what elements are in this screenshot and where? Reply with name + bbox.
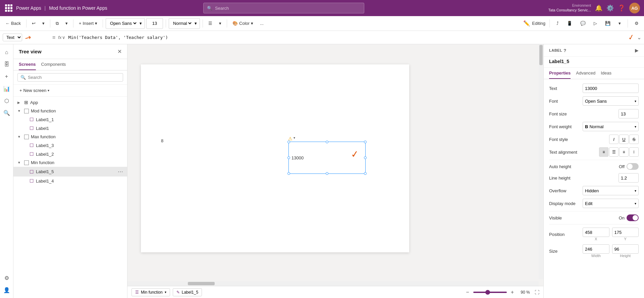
align-center-button[interactable]: ☰: [609, 147, 619, 157]
apps-grid-icon[interactable]: [4, 3, 13, 13]
tab-screens[interactable]: Screens: [19, 59, 36, 70]
settings-icon-btn[interactable]: ⚙: [1, 272, 12, 283]
rp-tab-advanced[interactable]: Advanced: [576, 68, 595, 79]
resize-handle-tl[interactable]: [287, 141, 290, 143]
strikethrough-button[interactable]: S: [629, 135, 639, 144]
back-button[interactable]: ← Back: [3, 19, 23, 27]
list-dropdown-button[interactable]: ▾: [216, 19, 224, 27]
chat-button[interactable]: 💬: [578, 19, 588, 27]
tree-item-label1_3[interactable]: ☐ Label1_3: [13, 141, 127, 150]
visible-toggle[interactable]: On: [619, 214, 639, 221]
sidebar-search-box[interactable]: 🔍: [17, 73, 123, 82]
style-dropdown[interactable]: Normal: [172, 20, 193, 26]
tree-item-label1_5[interactable]: ☐ Label1_5 ⋯: [13, 167, 127, 177]
copy-dropdown-button[interactable]: ▾: [63, 19, 70, 27]
style-select[interactable]: Normal ▾: [169, 18, 200, 29]
sidebar-close-button[interactable]: ✕: [117, 48, 122, 55]
label-tab[interactable]: ✎ Label1_5: [173, 288, 202, 296]
prop-type-select[interactable]: Text: [3, 34, 22, 41]
settings-icon[interactable]: ⚙️: [606, 4, 614, 12]
home-icon-btn[interactable]: ⌂: [1, 47, 12, 58]
new-screen-button[interactable]: + New screen ▾: [17, 87, 51, 94]
resize-handle-tr[interactable]: [364, 141, 367, 143]
zoom-minus-button[interactable]: −: [464, 289, 471, 296]
vertical-scrollbar[interactable]: [539, 44, 543, 279]
screen-tab-min-function[interactable]: ☰ Min function ▾: [131, 288, 170, 296]
resize-handle-ml[interactable]: [287, 156, 290, 159]
rp-line-height-input[interactable]: [619, 173, 639, 183]
visible-switch[interactable]: [627, 214, 639, 221]
rp-position-x-input[interactable]: [583, 228, 609, 237]
rp-font-weight-select[interactable]: B Normal ▾: [583, 122, 639, 131]
help-icon[interactable]: ❓: [618, 4, 625, 12]
tree-item-label1_4[interactable]: ☐ Label1_4: [13, 177, 127, 185]
font-size-input[interactable]: [146, 18, 163, 29]
user-icon-btn[interactable]: 👤: [1, 285, 12, 295]
color-button[interactable]: 🎨 Color ▾: [230, 19, 256, 27]
save-button[interactable]: 💾: [602, 19, 613, 27]
rp-overflow-select[interactable]: Hidden ▾: [583, 186, 639, 195]
underline-button[interactable]: U: [619, 135, 629, 144]
zoom-expand-icon[interactable]: ⛶: [535, 290, 539, 295]
selected-label-box[interactable]: ⚠ ▾ 13000 ✓: [288, 142, 366, 174]
rp-tab-properties[interactable]: Properties: [549, 68, 571, 79]
settings2-button[interactable]: ⚙: [632, 19, 641, 27]
data-icon-btn[interactable]: 🗄: [1, 59, 12, 70]
undo-dropdown-button[interactable]: ▾: [40, 19, 47, 27]
phone-button[interactable]: 📱: [564, 19, 575, 27]
vertical-scrollbar-thumb[interactable]: [539, 45, 543, 65]
zoom-plus-button[interactable]: +: [509, 289, 516, 296]
more-options-icon[interactable]: ⋯: [118, 168, 123, 175]
tree-item-app[interactable]: ▶ ⊞ App: [13, 98, 127, 107]
align-left-button[interactable]: ≡: [599, 147, 608, 157]
tree-item-min-function[interactable]: ▼ Min function: [13, 158, 127, 167]
resize-handle-br[interactable]: [364, 172, 367, 175]
play-button[interactable]: ▷: [591, 19, 600, 27]
rp-font-size-input[interactable]: [619, 109, 639, 118]
rp-position-y-input[interactable]: [612, 228, 639, 237]
undo-button[interactable]: ↩: [29, 19, 38, 27]
list-view-button[interactable]: ☰: [206, 19, 215, 27]
align-right-button[interactable]: ≡: [619, 147, 629, 157]
notifications-icon[interactable]: 🔔: [595, 4, 602, 12]
resize-handle-bl[interactable]: [287, 172, 290, 175]
align-justify-button[interactable]: ⁞: [629, 147, 639, 157]
canvas-background[interactable]: 8 ⚠ ▾ 13000 ✓: [141, 64, 409, 252]
tree-item-mod-function[interactable]: ▼ Mod function: [13, 107, 127, 115]
flow-icon-btn[interactable]: ⬡: [1, 95, 12, 106]
auto-height-toggle[interactable]: Off: [619, 163, 639, 170]
rp-text-input[interactable]: [583, 84, 639, 93]
italic-button[interactable]: I: [609, 135, 619, 144]
rp-collapse-button[interactable]: ▶: [635, 48, 639, 53]
global-search-input[interactable]: [215, 6, 361, 11]
rp-tab-ideas[interactable]: Ideas: [601, 68, 611, 79]
sidebar-search-input[interactable]: [28, 75, 120, 80]
rp-display-mode-select[interactable]: Edit ▾: [583, 199, 639, 208]
tree-item-max-function[interactable]: ▼ Max function: [13, 133, 127, 141]
tree-item-label1_2[interactable]: ☐ Label1_2: [13, 150, 127, 158]
rp-size-w-input[interactable]: [583, 244, 609, 254]
rp-size-h-input[interactable]: [612, 244, 639, 254]
more-button[interactable]: ...: [257, 19, 266, 27]
global-search-box[interactable]: 🔍: [203, 3, 364, 13]
search-icon-btn[interactable]: 🔍: [1, 107, 12, 118]
avatar[interactable]: AG: [629, 3, 640, 13]
horizontal-scrollbar-thumb[interactable]: [188, 282, 215, 285]
insert-icon-btn[interactable]: +: [1, 71, 12, 82]
zoom-slider[interactable]: [473, 292, 507, 293]
font-family-dropdown[interactable]: Open Sans: [109, 20, 138, 26]
share-button[interactable]: ⤴: [554, 19, 561, 27]
formula-input[interactable]: [68, 33, 626, 42]
rp-font-select[interactable]: Open Sans ▾: [583, 96, 639, 106]
font-family-select[interactable]: Open Sans ▾: [106, 18, 145, 29]
resize-handle-mr[interactable]: [364, 156, 367, 159]
tree-item-label1_1[interactable]: ☐ Label1_1: [13, 115, 127, 124]
tab-components[interactable]: Components: [41, 59, 66, 70]
save-dropdown-button[interactable]: ▾: [616, 19, 624, 27]
formula-expand-icon[interactable]: ⌄: [637, 34, 641, 41]
horizontal-scrollbar[interactable]: [127, 281, 539, 286]
resize-handle-tc[interactable]: [326, 141, 328, 143]
copy-button[interactable]: ⧉: [53, 19, 61, 28]
insert-button[interactable]: + Insert ▾: [76, 19, 100, 27]
auto-height-switch[interactable]: [627, 163, 639, 170]
